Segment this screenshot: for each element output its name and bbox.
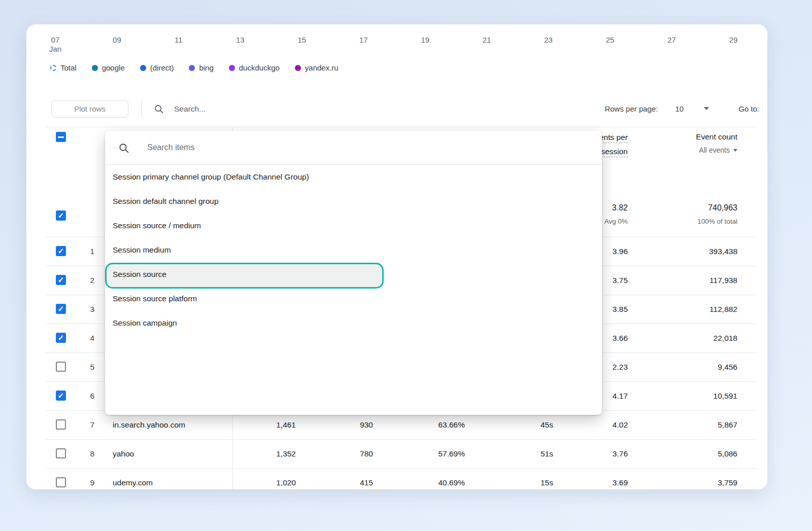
row-number: 8 [82, 449, 94, 458]
date-axis: 07Jan 09 11 13 15 17 19 21 23 25 27 29 [47, 36, 742, 54]
dropdown-item-session-source-medium[interactable]: Session source / medium [105, 214, 602, 238]
event-count-cell: 5,086 [718, 449, 737, 458]
axis-label: 07Jan [47, 36, 64, 54]
row-checkbox[interactable] [56, 275, 66, 285]
series-dot-icon [189, 65, 195, 71]
dropdown-item-label: Session source platform [113, 294, 197, 303]
select-all-checkbox[interactable] [56, 132, 66, 142]
series-dot-icon [295, 65, 301, 71]
engaged-sessions-cell: 930 [360, 420, 373, 430]
events-per-session-cell: 2.23 [613, 363, 628, 372]
report-card: 07Jan 09 11 13 15 17 19 21 23 25 27 29 T… [26, 24, 767, 489]
dropdown-item-session-source[interactable]: Session source [105, 262, 602, 287]
sessions-cell: 1,020 [276, 478, 296, 487]
totals-event-count: 740,963 100% of total [697, 203, 737, 225]
event-count-cell: 3,759 [718, 478, 737, 487]
table-row[interactable]: 8 yahoo 1,352 780 57.69% 51s 3.76 5,086 [26, 439, 767, 468]
dropdown-search-row [105, 131, 602, 165]
toolbar-divider [141, 100, 142, 117]
event-count-cell: 22,018 [714, 334, 737, 343]
event-count-cell: 10,591 [714, 392, 737, 401]
pagination-controls: Rows per page: 10 Go to: [604, 99, 759, 118]
axis-label: 13 [231, 36, 249, 54]
axis-label: 23 [540, 36, 557, 54]
axis-label: 11 [170, 36, 187, 54]
session-source-cell: in.search.yahoo.com [113, 420, 185, 430]
events-per-session-cell: 3.75 [613, 276, 628, 285]
table-search-input[interactable] [174, 101, 336, 117]
row-checkbox[interactable] [56, 362, 66, 372]
dimension-dropdown: Session primary channel group (Default C… [105, 131, 602, 415]
series-dot-icon [92, 65, 98, 71]
rows-per-page-label: Rows per page: [604, 104, 658, 113]
chevron-down-icon [733, 149, 737, 152]
row-checkbox[interactable] [56, 391, 66, 401]
row-checkbox[interactable] [56, 304, 66, 314]
axis-label: 25 [601, 36, 619, 54]
row-checkbox[interactable] [56, 477, 66, 487]
totals-events-per-session: 3.82 Avg 0% [604, 203, 628, 225]
rows-per-page-value[interactable]: 10 [675, 104, 684, 113]
legend-label: google [102, 63, 125, 72]
event-count-header: Event count All events [696, 132, 737, 154]
events-per-session-cell: 3.66 [613, 334, 628, 343]
session-source-cell: yahoo [113, 449, 134, 458]
engaged-sessions-cell: 415 [360, 478, 373, 487]
axis-label: 15 [293, 36, 311, 54]
table-row[interactable]: 9 udemy.com 1,020 415 40.69% 15s 3.69 3,… [26, 468, 767, 489]
row-checkbox[interactable] [56, 246, 66, 256]
total-series-icon [50, 65, 56, 71]
engagement-rate-cell: 63.66% [438, 420, 465, 430]
row-number: 9 [82, 478, 94, 487]
totals-eps-note: Avg 0% [604, 218, 628, 225]
legend-label: bing [199, 63, 213, 72]
row-checkbox[interactable] [56, 419, 66, 430]
chart-legend: Total google (direct) bing duckduckgo ya… [50, 63, 339, 72]
events-per-session-cell: 4.17 [613, 392, 628, 401]
event-count-filter[interactable]: All events [696, 146, 737, 154]
row-number: 5 [82, 363, 94, 372]
engaged-sessions-cell: 780 [360, 449, 373, 458]
dropdown-item-session-default-channel-group[interactable]: Session default channel group [105, 189, 602, 214]
dropdown-item-session-source-platform[interactable]: Session source platform [105, 287, 602, 311]
sessions-cell: 1,352 [276, 449, 296, 458]
event-count-header-label[interactable]: Event count [696, 132, 737, 141]
dropdown-item-label: Session primary channel group (Default C… [113, 172, 309, 182]
events-per-session-cell: 3.69 [613, 478, 628, 487]
axis-label: 19 [417, 36, 434, 54]
legend-label: duckduckgo [239, 63, 280, 72]
legend-label: Total [60, 63, 77, 72]
plot-rows-button[interactable]: Plot rows [51, 100, 128, 118]
legend-item-total: Total [50, 63, 77, 72]
dropdown-search-input[interactable] [147, 139, 573, 156]
axis-label: 09 [108, 36, 125, 54]
dropdown-item-session-medium[interactable]: Session medium [105, 238, 602, 262]
totals-count-note: 100% of total [697, 218, 737, 225]
search-icon [118, 143, 129, 154]
dropdown-item-session-primary-channel-group[interactable]: Session primary channel group (Default C… [105, 165, 602, 189]
totals-checkbox[interactable] [56, 210, 66, 221]
row-checkbox[interactable] [56, 333, 66, 343]
row-number: 1 [82, 247, 94, 256]
row-number: 6 [82, 392, 94, 401]
session-source-cell: udemy.com [113, 478, 153, 487]
row-checkbox[interactable] [56, 448, 66, 458]
axis-label: 17 [355, 36, 372, 54]
event-count-cell: 117,938 [709, 276, 737, 285]
chevron-down-icon[interactable] [704, 107, 709, 110]
events-per-session-cell: 3.85 [613, 305, 628, 314]
dropdown-item-label: Session source [113, 270, 166, 279]
row-number: 4 [82, 334, 94, 343]
engagement-time-cell: 45s [540, 420, 553, 430]
engagement-rate-cell: 57.69% [438, 449, 465, 458]
totals-eps-value: 3.82 [604, 203, 628, 213]
legend-item-duckduckgo: duckduckgo [229, 63, 280, 72]
event-filter-value: All events [699, 146, 730, 154]
event-count-cell: 5,867 [718, 420, 737, 430]
row-number: 2 [82, 276, 94, 285]
engagement-time-cell: 51s [540, 449, 553, 458]
dropdown-item-session-campaign[interactable]: Session campaign [105, 311, 602, 335]
goto-label: Go to: [738, 104, 759, 113]
event-count-cell: 393,438 [709, 247, 737, 256]
dropdown-item-label: Session default channel group [113, 197, 219, 206]
